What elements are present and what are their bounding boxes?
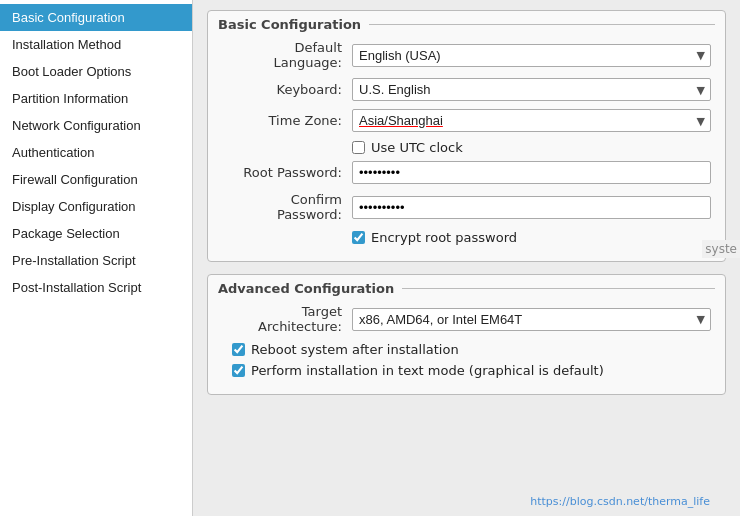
reboot-checkbox[interactable] bbox=[232, 343, 245, 356]
root-password-control bbox=[352, 161, 711, 184]
main-content: Basic Configuration Default Language: En… bbox=[193, 0, 740, 516]
basic-config-header: Basic Configuration bbox=[208, 11, 725, 34]
default-language-select-wrapper: English (USA) Chinese (Simplified) Frenc… bbox=[352, 44, 711, 67]
default-language-row: Default Language: English (USA) Chinese … bbox=[222, 40, 711, 70]
sidebar-item-boot-loader-options[interactable]: Boot Loader Options bbox=[0, 58, 192, 85]
timezone-select-wrapper: Asia/Shanghai America/New_York Europe/Lo… bbox=[352, 109, 711, 132]
basic-config-section: Basic Configuration Default Language: En… bbox=[207, 10, 726, 262]
sidebar-item-basic-configuration[interactable]: Basic Configuration bbox=[0, 4, 192, 31]
reboot-label[interactable]: Reboot system after installation bbox=[251, 342, 459, 357]
text-mode-checkbox[interactable] bbox=[232, 364, 245, 377]
encrypt-row: Encrypt root password bbox=[222, 230, 711, 245]
target-arch-select-wrapper: x86, AMD64, or Intel EM64T x86 AMD64 ARM… bbox=[352, 308, 711, 331]
advanced-config-title: Advanced Configuration bbox=[218, 281, 402, 296]
confirm-password-control bbox=[352, 196, 711, 219]
confirm-password-label: Confirm Password: bbox=[222, 192, 352, 222]
confirm-password-input[interactable] bbox=[352, 196, 711, 219]
root-password-row: Root Password: bbox=[222, 161, 711, 184]
encrypt-checkbox[interactable] bbox=[352, 231, 365, 244]
text-mode-row: Perform installation in text mode (graph… bbox=[222, 363, 711, 378]
encrypt-label[interactable]: Encrypt root password bbox=[371, 230, 517, 245]
keyboard-row: Keyboard: U.S. English U.S. Internationa… bbox=[222, 78, 711, 101]
sidebar-item-installation-method[interactable]: Installation Method bbox=[0, 31, 192, 58]
keyboard-control: U.S. English U.S. International French G… bbox=[352, 78, 711, 101]
root-password-label: Root Password: bbox=[222, 165, 352, 180]
use-utc-row: Use UTC clock bbox=[222, 140, 711, 155]
basic-config-content: Default Language: English (USA) Chinese … bbox=[208, 34, 725, 261]
target-arch-row: Target Architecture: x86, AMD64, or Inte… bbox=[222, 304, 711, 334]
text-mode-label[interactable]: Perform installation in text mode (graph… bbox=[251, 363, 604, 378]
advanced-config-content: Target Architecture: x86, AMD64, or Inte… bbox=[208, 298, 725, 394]
keyboard-select-wrapper: U.S. English U.S. International French G… bbox=[352, 78, 711, 101]
confirm-password-row: Confirm Password: bbox=[222, 192, 711, 222]
sidebar-item-display-configuration[interactable]: Display Configuration bbox=[0, 193, 192, 220]
sidebar-item-partition-information[interactable]: Partition Information bbox=[0, 85, 192, 112]
timezone-label: Time Zone: bbox=[222, 113, 352, 128]
advanced-config-header: Advanced Configuration bbox=[208, 275, 725, 298]
sidebar-item-authentication[interactable]: Authentication bbox=[0, 139, 192, 166]
root-password-input[interactable] bbox=[352, 161, 711, 184]
target-arch-select[interactable]: x86, AMD64, or Intel EM64T x86 AMD64 ARM bbox=[352, 308, 711, 331]
timezone-control: Asia/Shanghai America/New_York Europe/Lo… bbox=[352, 109, 711, 132]
target-arch-label: Target Architecture: bbox=[222, 304, 352, 334]
timezone-select[interactable]: Asia/Shanghai America/New_York Europe/Lo… bbox=[352, 109, 711, 132]
sidebar-item-firewall-configuration[interactable]: Firewall Configuration bbox=[0, 166, 192, 193]
sidebar: Basic ConfigurationInstallation MethodBo… bbox=[0, 0, 193, 516]
sidebar-item-pre-installation-script[interactable]: Pre-Installation Script bbox=[0, 247, 192, 274]
reboot-row: Reboot system after installation bbox=[222, 342, 711, 357]
watermark-text: https://blog.csdn.net/therma_life bbox=[530, 495, 710, 508]
keyboard-select[interactable]: U.S. English U.S. International French G… bbox=[352, 78, 711, 101]
use-utc-checkbox[interactable] bbox=[352, 141, 365, 154]
edge-partial-text: syste bbox=[702, 240, 740, 258]
basic-config-title: Basic Configuration bbox=[218, 17, 369, 32]
default-language-control: English (USA) Chinese (Simplified) Frenc… bbox=[352, 44, 711, 67]
sidebar-item-package-selection[interactable]: Package Selection bbox=[0, 220, 192, 247]
target-arch-control: x86, AMD64, or Intel EM64T x86 AMD64 ARM… bbox=[352, 308, 711, 331]
timezone-row: Time Zone: Asia/Shanghai America/New_Yor… bbox=[222, 109, 711, 132]
sidebar-item-post-installation-script[interactable]: Post-Installation Script bbox=[0, 274, 192, 301]
keyboard-label: Keyboard: bbox=[222, 82, 352, 97]
default-language-label: Default Language: bbox=[222, 40, 352, 70]
advanced-config-section: Advanced Configuration Target Architectu… bbox=[207, 274, 726, 395]
default-language-select[interactable]: English (USA) Chinese (Simplified) Frenc… bbox=[352, 44, 711, 67]
sidebar-item-network-configuration[interactable]: Network Configuration bbox=[0, 112, 192, 139]
use-utc-label[interactable]: Use UTC clock bbox=[371, 140, 463, 155]
